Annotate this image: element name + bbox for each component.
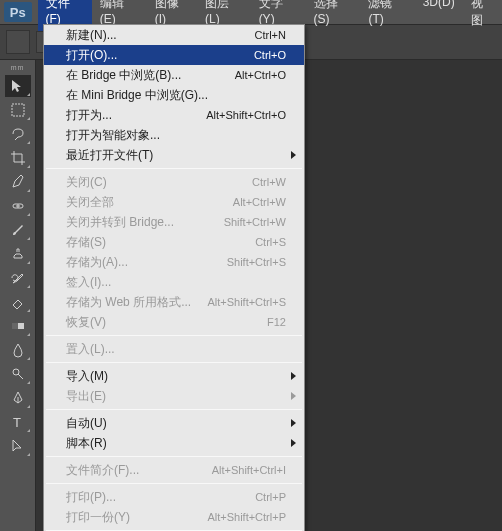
path-selection-tool[interactable] (5, 435, 31, 457)
menu-item: 关闭并转到 Bridge...Shift+Ctrl+W (44, 212, 304, 232)
menu-item: 置入(L)... (44, 339, 304, 359)
submenu-arrow-icon (291, 151, 296, 159)
menu-item-label: 在 Mini Bridge 中浏览(G)... (66, 87, 286, 104)
lasso-tool[interactable] (5, 123, 31, 145)
menu-item-label: 打印(P)... (66, 489, 255, 506)
file-menu-dropdown: 新建(N)...Ctrl+N打开(O)...Ctrl+O在 Bridge 中浏览… (43, 24, 305, 531)
menu-item-label: 在 Bridge 中浏览(B)... (66, 67, 235, 84)
menu-item-shortcut: Alt+Shift+Ctrl+P (207, 511, 286, 523)
menu-item-label: 签入(I)... (66, 274, 286, 291)
menu-item[interactable]: 打开为...Alt+Shift+Ctrl+O (44, 105, 304, 125)
marquee-tool[interactable] (5, 99, 31, 121)
menu-item-label: 置入(L)... (66, 341, 286, 358)
tools-panel: mm T (0, 60, 36, 531)
menu-item-label: 关闭全部 (66, 194, 233, 211)
menu-item[interactable]: 自动(U) (44, 413, 304, 433)
history-brush-tool[interactable] (5, 267, 31, 289)
menu-item: 关闭(C)Ctrl+W (44, 172, 304, 192)
menu-item[interactable]: 在 Mini Bridge 中浏览(G)... (44, 85, 304, 105)
submenu-arrow-icon (291, 419, 296, 427)
svg-rect-3 (12, 323, 18, 329)
menu-item-shortcut: Ctrl+P (255, 491, 286, 503)
menu-item: 恢复(V)F12 (44, 312, 304, 332)
move-tool[interactable] (5, 75, 31, 97)
menu-item[interactable]: 打开为智能对象... (44, 125, 304, 145)
menubar-item-7[interactable]: 3D(D) (415, 0, 463, 32)
menu-item-label: 导入(M) (66, 368, 286, 385)
menu-item-label: 打开为... (66, 107, 206, 124)
healing-brush-tool[interactable] (5, 195, 31, 217)
submenu-arrow-icon (291, 439, 296, 447)
svg-text:T: T (13, 415, 21, 430)
menu-item-label: 脚本(R) (66, 435, 286, 452)
pen-tool[interactable] (5, 387, 31, 409)
menu-item-label: 关闭并转到 Bridge... (66, 214, 224, 231)
menu-item-label: 打开为智能对象... (66, 127, 286, 144)
clone-stamp-tool[interactable] (5, 243, 31, 265)
brush-tool[interactable] (5, 219, 31, 241)
menu-item-shortcut: Alt+Shift+Ctrl+S (207, 296, 286, 308)
menu-separator (46, 362, 302, 363)
crop-tool[interactable] (5, 147, 31, 169)
menu-item-shortcut: Alt+Ctrl+W (233, 196, 286, 208)
menu-item-label: 导出(E) (66, 388, 286, 405)
menu-item[interactable]: 脚本(R) (44, 433, 304, 453)
menu-item-label: 打开(O)... (66, 47, 254, 64)
menu-item-shortcut: Alt+Shift+Ctrl+I (212, 464, 286, 476)
submenu-arrow-icon (291, 372, 296, 380)
menu-item-label: 存储(S) (66, 234, 255, 251)
menu-item: 存储为 Web 所用格式...Alt+Shift+Ctrl+S (44, 292, 304, 312)
menu-item: 存储为(A)...Shift+Ctrl+S (44, 252, 304, 272)
menu-item[interactable]: 最近打开文件(T) (44, 145, 304, 165)
type-tool[interactable]: T (5, 411, 31, 433)
menu-item: 导出(E) (44, 386, 304, 406)
menu-item[interactable]: 打开(O)...Ctrl+O (44, 45, 304, 65)
eyedropper-tool[interactable] (5, 171, 31, 193)
menu-separator (46, 483, 302, 484)
menu-item-shortcut: Alt+Shift+Ctrl+O (206, 109, 286, 121)
menu-separator (46, 456, 302, 457)
menu-item-label: 存储为 Web 所用格式... (66, 294, 207, 311)
blur-tool[interactable] (5, 339, 31, 361)
menu-item-label: 打印一份(Y) (66, 509, 207, 526)
menu-item-shortcut: Ctrl+S (255, 236, 286, 248)
menu-item: 打印(P)...Ctrl+P (44, 487, 304, 507)
menu-item-shortcut: Ctrl+W (252, 176, 286, 188)
menu-bar: Ps 文件(F)编辑(E)图像(I)图层(L)文字(Y)选择(S)滤镜(T)3D… (0, 0, 502, 24)
eraser-tool[interactable] (5, 291, 31, 313)
menubar-item-8[interactable]: 视图 (463, 0, 502, 32)
submenu-arrow-icon (291, 392, 296, 400)
menu-separator (46, 335, 302, 336)
menu-item: 关闭全部Alt+Ctrl+W (44, 192, 304, 212)
menu-item-label: 存储为(A)... (66, 254, 227, 271)
menu-item-shortcut: Ctrl+N (255, 29, 286, 41)
ruler-units-label: mm (11, 64, 25, 71)
menu-item: 文件简介(F)...Alt+Shift+Ctrl+I (44, 460, 304, 480)
menu-separator (46, 168, 302, 169)
menu-item-label: 最近打开文件(T) (66, 147, 286, 164)
menu-separator (46, 409, 302, 410)
menu-item-shortcut: Shift+Ctrl+W (224, 216, 286, 228)
menu-item[interactable]: 新建(N)...Ctrl+N (44, 25, 304, 45)
menu-item-label: 恢复(V) (66, 314, 267, 331)
menu-item: 存储(S)Ctrl+S (44, 232, 304, 252)
tool-preset-slot[interactable] (6, 30, 30, 54)
menu-item: 签入(I)... (44, 272, 304, 292)
menu-item-label: 新建(N)... (66, 27, 255, 44)
menu-item-label: 关闭(C) (66, 174, 252, 191)
menu-item-shortcut: Shift+Ctrl+S (227, 256, 286, 268)
menu-item: 打印一份(Y)Alt+Shift+Ctrl+P (44, 507, 304, 527)
menu-item[interactable]: 导入(M) (44, 366, 304, 386)
menubar-item-5[interactable]: 选择(S) (306, 0, 361, 32)
menu-item-label: 文件简介(F)... (66, 462, 212, 479)
svg-rect-0 (12, 104, 24, 116)
menubar-item-6[interactable]: 滤镜(T) (360, 0, 414, 32)
gradient-tool[interactable] (5, 315, 31, 337)
app-logo: Ps (4, 2, 32, 22)
menu-item-label: 自动(U) (66, 415, 286, 432)
dodge-tool[interactable] (5, 363, 31, 385)
menu-item[interactable]: 在 Bridge 中浏览(B)...Alt+Ctrl+O (44, 65, 304, 85)
menu-item-shortcut: Alt+Ctrl+O (235, 69, 286, 81)
menu-item-shortcut: Ctrl+O (254, 49, 286, 61)
menu-item-shortcut: F12 (267, 316, 286, 328)
